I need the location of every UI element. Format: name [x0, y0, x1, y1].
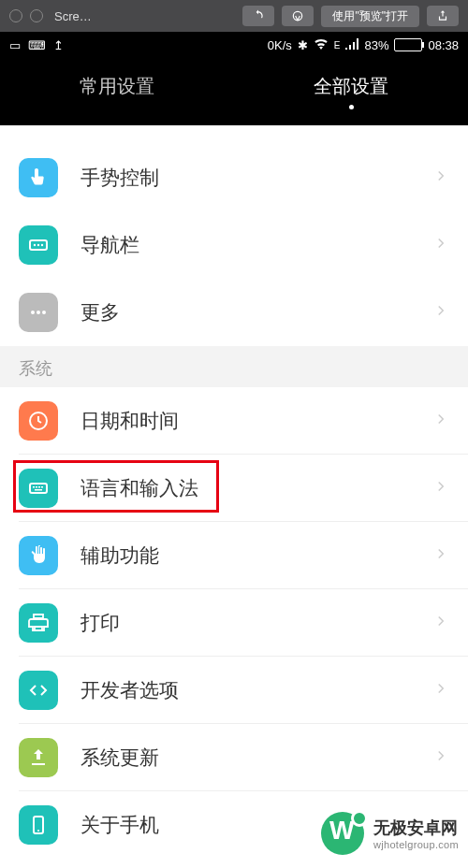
svg-rect-10	[33, 486, 35, 488]
row-language-input[interactable]: 语言和输入法	[0, 455, 468, 522]
row-navigation-bar[interactable]: 导航栏	[0, 211, 468, 279]
row-gesture-control[interactable]: 手势控制	[0, 144, 468, 211]
chevron-right-icon	[432, 235, 449, 255]
svg-point-5	[31, 311, 35, 314]
svg-point-3	[37, 244, 39, 246]
bluetooth-icon: ✱	[298, 38, 308, 52]
hand-icon	[19, 536, 58, 575]
settings-content: 手势控制 导航栏 更多 系统 日期和时间 语言和输入法	[0, 125, 468, 859]
row-print[interactable]: 打印	[0, 589, 468, 657]
svg-rect-13	[41, 486, 43, 488]
rotate-icon[interactable]	[242, 6, 274, 26]
svg-point-6	[37, 311, 40, 314]
signal-type: E	[334, 40, 341, 51]
row-more[interactable]: 更多	[0, 279, 468, 346]
svg-point-0	[294, 11, 302, 20]
row-developer-options[interactable]: 开发者选项	[0, 657, 468, 724]
svg-point-7	[42, 311, 46, 314]
row-label: 打印	[80, 610, 120, 636]
phone-icon	[19, 805, 58, 845]
row-label: 手势控制	[80, 165, 159, 191]
row-label: 系统更新	[80, 745, 159, 771]
active-tab-indicator	[349, 105, 354, 109]
minimize-icon[interactable]	[30, 9, 43, 22]
chevron-right-icon	[432, 545, 449, 566]
svg-point-4	[41, 244, 43, 246]
row-date-time[interactable]: 日期和时间	[0, 387, 468, 455]
signal-icon	[345, 38, 358, 52]
tab-common-settings[interactable]: 常用设置	[0, 58, 234, 125]
chevron-right-icon	[432, 167, 449, 188]
gesture-icon	[19, 158, 58, 197]
row-label: 日期和时间	[80, 408, 179, 434]
svg-point-2	[34, 244, 36, 246]
navbar-icon	[19, 225, 58, 265]
section-header-system: 系统	[0, 346, 468, 387]
update-icon	[19, 738, 58, 777]
settings-tabbar: 常用设置 全部设置	[0, 58, 468, 125]
window-title: Scre…	[54, 9, 92, 23]
svg-rect-12	[38, 486, 40, 488]
tab-label: 常用设置	[80, 74, 154, 99]
mac-toolbar: Scre… 使用"预览"打开	[0, 0, 468, 32]
row-system-update[interactable]: 系统更新	[0, 724, 468, 791]
watermark: W 无极安卓网 wjhotelgroup.com	[321, 812, 459, 855]
row-label: 更多	[80, 299, 120, 326]
android-status-bar: ▭ ⌨ ↥ 0K/s ✱ E 83% 08:38	[0, 32, 468, 58]
row-label: 辅助功能	[80, 542, 159, 569]
keyboard-icon	[19, 469, 58, 508]
chevron-right-icon	[432, 613, 449, 633]
wifi-icon	[314, 38, 329, 52]
tab-label: 全部设置	[314, 74, 388, 99]
battery-percent: 83%	[364, 38, 388, 52]
row-label: 导航栏	[80, 232, 139, 258]
tab-all-settings[interactable]: 全部设置	[234, 58, 468, 125]
watermark-logo: W	[321, 812, 364, 855]
chevron-right-icon	[432, 680, 449, 701]
watermark-name: 无极安卓网	[373, 817, 459, 839]
row-label: 开发者选项	[80, 677, 179, 703]
markup-icon[interactable]	[282, 6, 314, 26]
watermark-url: wjhotelgroup.com	[373, 839, 459, 850]
clock: 08:38	[428, 38, 459, 52]
more-icon	[19, 293, 58, 332]
open-with-button[interactable]: 使用"预览"打开	[321, 6, 419, 27]
row-label: 语言和输入法	[80, 475, 198, 501]
share-icon[interactable]	[427, 6, 459, 26]
upload-icon: ↥	[53, 38, 64, 52]
chevron-right-icon	[432, 302, 449, 323]
row-accessibility[interactable]: 辅助功能	[0, 522, 468, 589]
printer-icon	[19, 603, 58, 643]
screenshot-icon: ▭	[9, 38, 21, 52]
battery-icon	[394, 38, 422, 51]
code-icon	[19, 671, 58, 710]
clock-icon	[19, 401, 58, 441]
chevron-right-icon	[432, 747, 449, 768]
svg-rect-11	[36, 486, 37, 488]
close-icon[interactable]	[9, 9, 22, 22]
chevron-right-icon	[432, 411, 449, 431]
row-label: 关于手机	[80, 812, 159, 838]
svg-point-16	[37, 830, 39, 832]
svg-rect-9	[30, 484, 47, 493]
keyboard-icon: ⌨	[28, 38, 46, 52]
chevron-right-icon	[432, 478, 449, 499]
network-speed: 0K/s	[268, 38, 292, 52]
svg-rect-14	[35, 489, 42, 491]
